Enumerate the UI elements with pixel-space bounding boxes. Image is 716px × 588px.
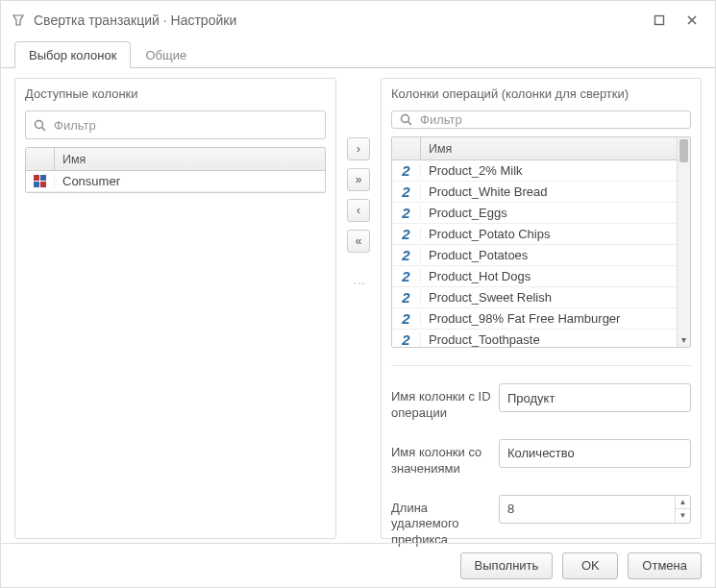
numeric-column-icon: 2 [392,269,421,283]
table-row[interactable]: 2Product_Sweet Relish [392,287,690,308]
dialog-footer: Выполнить OK Отмена [1,543,715,587]
value-column-label: Имя колонки со значениями [391,439,499,478]
row-label: Product_Sweet Relish [421,290,677,305]
operation-grid: Имя 2Product_2% Milk2Product_White Bread… [391,136,691,348]
titlebar: Свертка транзакций · Настройки [1,1,715,39]
scroll-down-icon[interactable]: ▾ [678,334,690,345]
table-row[interactable]: 2Product_Eggs [392,203,690,224]
row-label: Consumer [55,174,325,188]
search-icon [34,119,46,132]
numeric-column-icon: 2 [392,184,421,199]
id-column-input[interactable] [499,383,691,412]
available-columns-panel: Доступные колонки Имя [14,78,336,539]
svg-line-4 [408,122,412,126]
svg-line-2 [42,127,46,131]
operation-filter-input[interactable] [418,111,682,128]
settings-form: Имя колонки с ID операции Имя колонки со… [391,365,691,554]
settings-window: Свертка транзакций · Настройки Выбор кол… [0,0,716,588]
row-label: Product_2% Milk [421,163,677,178]
close-icon[interactable] [682,11,702,30]
numeric-column-icon: 2 [392,163,421,178]
id-column-label: Имя колонки с ID операции [391,383,499,422]
tab-general[interactable]: Общие [131,41,201,68]
row-label: Product_Eggs [421,206,677,220]
row-label: Product_98% Fat Free Hamburger [421,311,677,326]
transfer-buttons: › » ‹ « ⋮ [346,78,371,539]
operation-grid-header: Имя [392,137,690,160]
row-label: Product_Potatoes [421,248,677,262]
move-all-left-button[interactable]: « [347,230,370,253]
app-icon [11,12,26,28]
table-row[interactable]: 2Product_Hot Dogs [392,266,690,287]
prefix-length-label: Длина удаляемого префикса [391,495,499,550]
numeric-column-icon: 2 [392,248,421,262]
available-filter-input[interactable] [52,117,317,134]
table-row[interactable]: 2Product_Potatoes [392,245,690,266]
tab-bar: Выбор колонок Общие [1,39,715,68]
run-button[interactable]: Выполнить [460,552,554,579]
prefix-length-input[interactable] [499,495,691,524]
svg-point-1 [36,120,43,128]
available-filter[interactable] [25,110,326,139]
column-type-icon [26,175,55,188]
move-all-right-button[interactable]: » [347,168,370,191]
value-column-input[interactable] [499,439,691,468]
numeric-column-icon: 2 [392,311,421,326]
svg-rect-0 [655,16,664,25]
operation-filter[interactable] [391,110,691,129]
table-row[interactable]: 2Product_White Bread [392,182,690,203]
table-row[interactable]: 2Product_Toothpaste [392,330,690,347]
main-area: Доступные колонки Имя [1,68,715,543]
move-left-button[interactable]: ‹ [347,199,370,222]
move-right-button[interactable]: › [347,137,370,160]
numeric-column-icon: 2 [392,332,421,347]
table-row[interactable]: 2Product_2% Milk [392,160,690,182]
ok-button[interactable]: OK [562,552,618,579]
scrollbar[interactable]: ▾ [677,137,690,347]
numeric-column-icon: 2 [392,290,421,305]
maximize-icon[interactable] [650,11,669,30]
operation-col-name: Имя [421,137,677,159]
resize-grip-icon: ⋮ [358,278,360,290]
operation-columns-panel: Колонки операций (колонки для свертки) И… [381,78,702,539]
row-label: Product_Hot Dogs [421,269,677,283]
spin-up-icon[interactable]: ▲ [675,496,690,510]
spin-down-icon[interactable]: ▼ [675,509,690,523]
operation-columns-header: Колонки операций (колонки для свертки) [382,79,701,103]
row-label: Product_Toothpaste [421,332,677,347]
numeric-column-icon: 2 [392,206,421,220]
table-row[interactable]: 2Product_Potato Chips [392,224,690,245]
scrollbar-thumb[interactable] [679,139,688,162]
svg-point-3 [402,115,409,123]
available-columns-header: Доступные колонки [15,79,335,103]
available-grid: Имя Consumer [25,147,326,193]
cancel-button[interactable]: Отмена [628,552,702,579]
window-title: Свертка транзакций · Настройки [34,12,636,28]
numeric-column-icon: 2 [392,227,421,241]
row-label: Product_Potato Chips [421,227,677,241]
available-col-name: Имя [55,148,325,170]
table-row[interactable]: Consumer [26,171,325,192]
search-icon [400,113,412,126]
row-label: Product_White Bread [421,184,677,199]
available-grid-header: Имя [26,148,325,171]
tab-columns[interactable]: Выбор колонок [14,41,131,68]
table-row[interactable]: 2Product_98% Fat Free Hamburger [392,308,690,330]
